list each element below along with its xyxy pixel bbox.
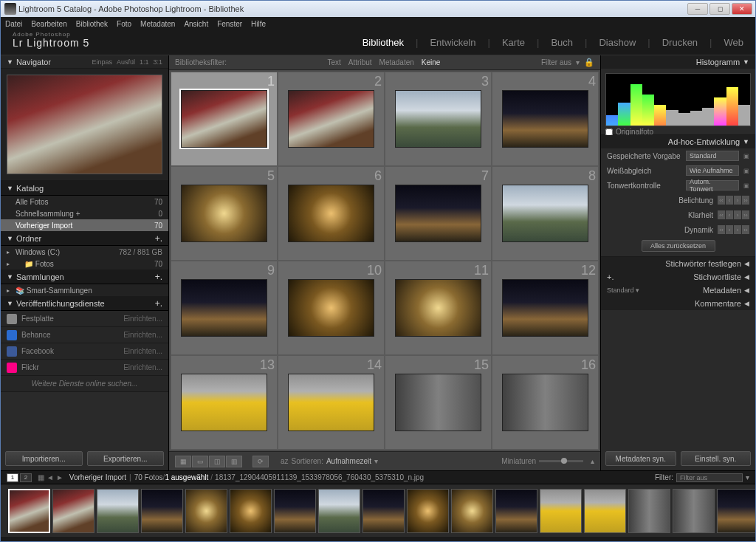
filmstrip-thumb[interactable] bbox=[362, 489, 405, 533]
grid-cell[interactable]: 10 bbox=[278, 261, 385, 355]
filmstrip-thumb[interactable] bbox=[540, 489, 582, 533]
filmstrip-resizer[interactable] bbox=[1, 537, 755, 541]
add-publish-icon[interactable]: +. bbox=[155, 298, 162, 309]
monitor-2[interactable]: 2 bbox=[20, 473, 32, 482]
panel-stichwörter-festlegen[interactable]: Stichwörter festlegen◀ bbox=[601, 257, 755, 270]
histogram-header[interactable]: Histogramm▼ bbox=[601, 55, 755, 69]
grid-cell[interactable]: 9 bbox=[171, 261, 278, 355]
navigator-header[interactable]: ▼ Navigator EinpasAusfül1:13:1 bbox=[1, 55, 168, 69]
katalog-item[interactable]: Vorheriger Import70 bbox=[1, 219, 168, 231]
grid-cell[interactable]: 15 bbox=[385, 355, 492, 450]
filmstrip[interactable] bbox=[1, 484, 755, 537]
filmstrip-thumb[interactable] bbox=[495, 489, 537, 533]
zoom-Einpas[interactable]: Einpas bbox=[92, 58, 112, 66]
panel-stichwortliste[interactable]: +.Stichwortliste◀ bbox=[601, 270, 755, 284]
menu-metadaten[interactable]: Metadaten bbox=[140, 20, 175, 28]
import-button[interactable]: Importieren... bbox=[5, 451, 83, 466]
toolbar-expand-icon[interactable]: ▴ bbox=[591, 457, 594, 465]
publish-header[interactable]: ▼Veröffentlichungsdienste+. bbox=[1, 296, 168, 311]
publish-flickr[interactable]: FlickrEinrichten... bbox=[1, 360, 168, 376]
grid-cell[interactable]: 8 bbox=[492, 166, 599, 261]
grid-cell[interactable]: 7 bbox=[385, 166, 492, 261]
filmstrip-filter-dropdown[interactable]: Filter aus bbox=[676, 473, 743, 482]
prev-arrow-icon[interactable]: ◄ bbox=[47, 473, 54, 481]
panel-kommentare[interactable]: Kommentare◀ bbox=[601, 297, 755, 310]
painter-tool-button[interactable]: ⟳ bbox=[252, 456, 269, 467]
katalog-item[interactable]: Schnellsammlung +0 bbox=[1, 207, 168, 219]
katalog-header[interactable]: ▼Katalog bbox=[1, 181, 168, 196]
grid-cell[interactable]: 1 bbox=[171, 72, 278, 166]
menu-bibliothek[interactable]: Bibliothek bbox=[76, 20, 108, 28]
menu-bearbeiten[interactable]: Bearbeiten bbox=[31, 20, 66, 28]
navigator-preview[interactable] bbox=[1, 69, 168, 181]
sort-dropdown[interactable]: Aufnahmezeit bbox=[326, 457, 371, 465]
filmstrip-thumb[interactable] bbox=[318, 489, 360, 533]
grid-view-button[interactable]: ▦ bbox=[175, 456, 191, 467]
grid-cell[interactable]: 16 bbox=[492, 355, 599, 450]
maximize-button[interactable]: ◻ bbox=[709, 3, 730, 15]
filmstrip-thumb[interactable] bbox=[141, 489, 183, 533]
menu-fenster[interactable]: Fenster bbox=[217, 20, 242, 28]
zoom-1:1[interactable]: 1:1 bbox=[140, 58, 149, 66]
monitor-1[interactable]: 1 bbox=[7, 473, 18, 482]
filter-tab-text[interactable]: Text bbox=[328, 58, 341, 66]
flag-filter-icon[interactable]: ▾ bbox=[746, 473, 749, 481]
grid-cell[interactable]: 14 bbox=[278, 355, 385, 450]
panel-metadaten[interactable]: Standard ▾Metadaten◀ bbox=[601, 284, 755, 297]
next-arrow-icon[interactable]: ► bbox=[56, 473, 63, 481]
module-web[interactable]: Web bbox=[724, 37, 744, 48]
menu-foto[interactable]: Foto bbox=[117, 20, 131, 28]
grid-cell[interactable]: 5 bbox=[171, 166, 278, 261]
katalog-item[interactable]: Alle Fotos70 bbox=[1, 196, 168, 207]
grid-cell[interactable]: 11 bbox=[385, 261, 492, 355]
filmstrip-thumb[interactable] bbox=[8, 489, 50, 533]
lock-icon[interactable]: 🔒 bbox=[584, 58, 594, 67]
compare-view-button[interactable]: ◫ bbox=[209, 456, 225, 467]
minimize-button[interactable]: ─ bbox=[687, 3, 708, 15]
add-collection-icon[interactable]: +. bbox=[155, 272, 162, 282]
filter-dropdown-icon[interactable]: ▾ bbox=[576, 58, 580, 66]
menu-datei[interactable]: Datei bbox=[5, 20, 22, 28]
filmstrip-thumb[interactable] bbox=[407, 489, 449, 533]
filmstrip-thumb[interactable] bbox=[451, 489, 493, 533]
loupe-view-button[interactable]: ▭ bbox=[192, 456, 208, 467]
filmstrip-thumb[interactable] bbox=[274, 489, 316, 533]
grid-cell[interactable]: 2 bbox=[278, 72, 385, 166]
export-button[interactable]: Exportieren... bbox=[87, 451, 165, 466]
module-entwickeln[interactable]: Entwickeln bbox=[430, 37, 475, 48]
publish-festplatte[interactable]: FestplatteEinrichten... bbox=[1, 311, 168, 327]
zoom-3:1[interactable]: 3:1 bbox=[153, 58, 162, 66]
filmstrip-thumb[interactable] bbox=[584, 489, 626, 533]
more-services-link[interactable]: Weitere Dienste online suchen... bbox=[1, 376, 168, 392]
ordner-item[interactable]: ▸📁 Fotos70 bbox=[1, 258, 168, 270]
reset-all-button[interactable]: Alles zurücksetzen bbox=[642, 240, 715, 252]
menu-ansicht[interactable]: Ansicht bbox=[184, 20, 208, 28]
add-folder-icon[interactable]: +. bbox=[155, 233, 162, 244]
filmstrip-thumb[interactable] bbox=[52, 489, 94, 533]
zoom-Ausfül[interactable]: Ausfül bbox=[117, 58, 135, 66]
filter-preset[interactable]: Filter aus bbox=[541, 58, 571, 66]
module-buch[interactable]: Buch bbox=[551, 37, 573, 48]
filmstrip-thumb[interactable] bbox=[97, 489, 139, 533]
sort-dropdown-icon[interactable]: ▾ bbox=[374, 457, 378, 465]
originalfoto-checkbox[interactable] bbox=[605, 128, 613, 136]
filmstrip-thumb[interactable] bbox=[230, 489, 272, 533]
publish-behance[interactable]: BehanceEinrichten... bbox=[1, 327, 168, 343]
filmstrip-thumb[interactable] bbox=[717, 489, 755, 533]
module-bibliothek[interactable]: Bibliothek bbox=[362, 37, 404, 48]
sync-metadata-button[interactable]: Metadaten syn. bbox=[605, 451, 676, 466]
filmstrip-thumb[interactable] bbox=[185, 489, 227, 533]
module-diashow[interactable]: Diashow bbox=[599, 37, 636, 48]
filmstrip-thumb[interactable] bbox=[628, 489, 670, 533]
grid-cell[interactable]: 3 bbox=[385, 72, 492, 166]
menu-hilfe[interactable]: Hilfe bbox=[251, 20, 266, 28]
module-drucken[interactable]: Drucken bbox=[662, 37, 698, 48]
ordner-item[interactable]: ▸Windows (C:)782 / 881 GB bbox=[1, 246, 168, 258]
grid-cell[interactable]: 13 bbox=[171, 355, 278, 450]
module-karte[interactable]: Karte bbox=[502, 37, 525, 48]
histogram[interactable]: Originalfoto bbox=[601, 69, 755, 135]
thumbnail-size-slider[interactable] bbox=[539, 460, 583, 462]
titlebar[interactable]: Lightroom 5 Catalog - Adobe Photoshop Li… bbox=[1, 1, 755, 17]
close-button[interactable]: ✕ bbox=[732, 3, 752, 15]
grid-cell[interactable]: 4 bbox=[492, 72, 599, 166]
